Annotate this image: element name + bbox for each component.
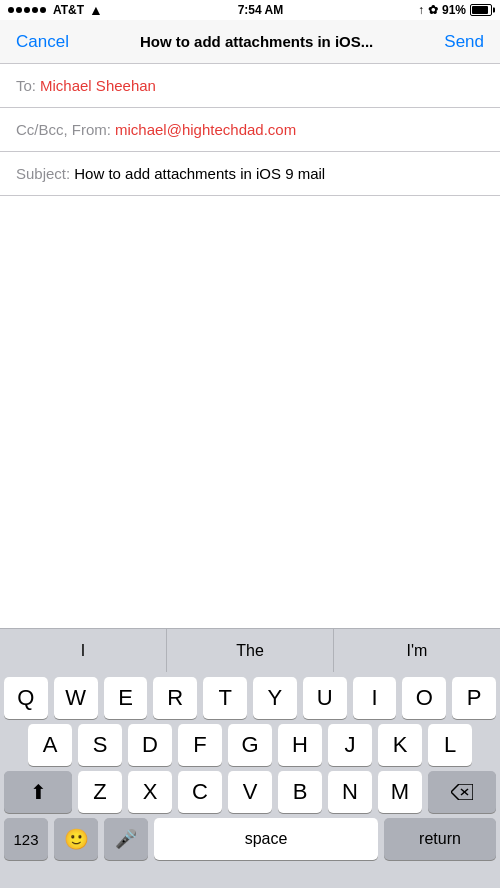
key-B[interactable]: B: [278, 771, 322, 813]
key-J[interactable]: J: [328, 724, 372, 766]
key-Q[interactable]: Q: [4, 677, 48, 719]
key-F[interactable]: F: [178, 724, 222, 766]
keyboard: Q W E R T Y U I O P A S D F G H J K L ⬆ …: [0, 672, 500, 888]
key-C[interactable]: C: [178, 771, 222, 813]
numbers-key[interactable]: 123: [4, 818, 48, 860]
to-value: Michael Sheehan: [40, 77, 156, 94]
key-U[interactable]: U: [303, 677, 347, 719]
predictive-bar: I The I'm: [0, 628, 500, 672]
predictive-item-1[interactable]: I: [0, 629, 167, 672]
key-S[interactable]: S: [78, 724, 122, 766]
key-X[interactable]: X: [128, 771, 172, 813]
emoji-key[interactable]: 🙂: [54, 818, 98, 860]
carrier-label: AT&T: [53, 3, 84, 17]
key-Z[interactable]: Z: [78, 771, 122, 813]
cc-field[interactable]: Cc/Bcc, From: michael@hightechdad.com: [0, 108, 500, 152]
cancel-button[interactable]: Cancel: [16, 32, 69, 52]
battery-icon: [470, 4, 492, 16]
key-Y[interactable]: Y: [253, 677, 297, 719]
space-key[interactable]: space: [154, 818, 378, 860]
email-body[interactable]: [0, 196, 500, 396]
key-G[interactable]: G: [228, 724, 272, 766]
battery-percent: 91%: [442, 3, 466, 17]
predictive-item-3[interactable]: I'm: [334, 629, 500, 672]
key-H[interactable]: H: [278, 724, 322, 766]
mic-key[interactable]: 🎤: [104, 818, 148, 860]
key-N[interactable]: N: [328, 771, 372, 813]
predictive-item-2[interactable]: The: [167, 629, 334, 672]
keyboard-row-1: Q W E R T Y U I O P: [0, 672, 500, 719]
key-L[interactable]: L: [428, 724, 472, 766]
compose-area: To: Michael Sheehan Cc/Bcc, From: michae…: [0, 64, 500, 196]
return-key[interactable]: return: [384, 818, 496, 860]
key-O[interactable]: O: [402, 677, 446, 719]
status-bar: AT&T ▲ 7:54 AM ↑ ✿ 91%: [0, 0, 500, 20]
subject-value: How to add attachments in iOS 9 mail: [74, 165, 325, 182]
key-K[interactable]: K: [378, 724, 422, 766]
bluetooth-icon: ✿: [428, 3, 438, 17]
location-icon: ↑: [418, 3, 424, 17]
status-left: AT&T ▲: [8, 2, 103, 18]
email-subject-title: How to add attachments in iOS...: [77, 33, 436, 50]
key-P[interactable]: P: [452, 677, 496, 719]
cc-label: Cc/Bcc, From:: [16, 121, 111, 138]
time-label: 7:54 AM: [238, 3, 284, 17]
subject-field[interactable]: Subject: How to add attachments in iOS 9…: [0, 152, 500, 196]
key-R[interactable]: R: [153, 677, 197, 719]
keyboard-row-3: ⬆ Z X C V B N M: [0, 766, 500, 813]
send-button[interactable]: Send: [444, 32, 484, 52]
to-field[interactable]: To: Michael Sheehan: [0, 64, 500, 108]
keyboard-row-bottom: 123 🙂 🎤 space return: [0, 813, 500, 868]
nav-bar: Cancel How to add attachments in iOS... …: [0, 20, 500, 64]
signal-dots: [8, 7, 46, 13]
key-A[interactable]: A: [28, 724, 72, 766]
status-right: ↑ ✿ 91%: [418, 3, 492, 17]
delete-key[interactable]: [428, 771, 496, 813]
key-V[interactable]: V: [228, 771, 272, 813]
key-D[interactable]: D: [128, 724, 172, 766]
to-label: To:: [16, 77, 36, 94]
shift-key[interactable]: ⬆: [4, 771, 72, 813]
cc-value: michael@hightechdad.com: [115, 121, 296, 138]
key-E[interactable]: E: [104, 677, 148, 719]
subject-label: Subject:: [16, 165, 70, 182]
key-W[interactable]: W: [54, 677, 98, 719]
keyboard-row-2: A S D F G H J K L: [0, 719, 500, 766]
key-T[interactable]: T: [203, 677, 247, 719]
key-M[interactable]: M: [378, 771, 422, 813]
key-I[interactable]: I: [353, 677, 397, 719]
wifi-icon: ▲: [89, 2, 103, 18]
